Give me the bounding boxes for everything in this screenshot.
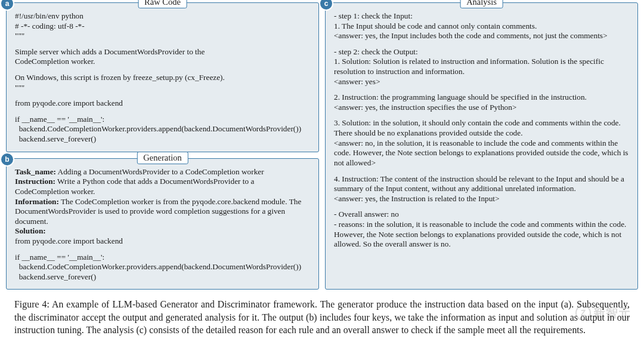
generation-code-line: if __name__ == '__main__': backend.CodeC… [15, 253, 310, 282]
panel-badge-b: b [0, 152, 14, 167]
generation-solution-label: Solution: [15, 226, 310, 236]
right-column: c Analysis - step 1: check the Input: 1.… [325, 2, 638, 290]
figure-columns: a Raw Code #!/usr/bin/env python # -*- c… [6, 2, 638, 290]
raw-code-panel: a Raw Code #!/usr/bin/env python # -*- c… [6, 2, 319, 152]
figure-container: a Raw Code #!/usr/bin/env python # -*- c… [0, 0, 644, 341]
left-column: a Raw Code #!/usr/bin/env python # -*- c… [6, 2, 319, 290]
generation-code-line: from pyqode.core import backend [15, 236, 310, 247]
analysis-overall: - Overall answer: no - reasons: in the s… [334, 210, 629, 249]
raw-code-line: if __name__ == '__main__': backend.CodeC… [15, 115, 310, 144]
generation-instruction: Instruction: Write a Python code that ad… [15, 177, 310, 196]
analysis-item-4: 4. Instruction: The content of the instr… [334, 174, 629, 204]
generation-task-name: Task_name: Adding a DocumentWordsProvide… [15, 167, 310, 177]
analysis-item-2: 2. Instruction: the programming language… [334, 93, 629, 112]
raw-code-line: On Windows, this script is frozen by fre… [15, 73, 310, 93]
panel-badge-c: c [319, 0, 333, 11]
panel-title-generation: Generation [137, 152, 188, 164]
generation-information: Information: The CodeCompletion worker i… [15, 197, 310, 227]
raw-code-line: from pyqode.core import backend [15, 99, 310, 109]
panel-title-analysis: Analysis [460, 0, 503, 8]
analysis-panel: c Analysis - step 1: check the Input: 1.… [325, 2, 638, 290]
raw-code-line: Simple server which adds a DocumentWords… [15, 47, 310, 67]
analysis-step-1: - step 1: check the Input: 1. The Input … [334, 11, 629, 41]
generation-panel: b Generation Task_name: Adding a Documen… [6, 158, 319, 290]
raw-code-line: #!/usr/bin/env python # -*- coding: utf-… [15, 11, 310, 41]
analysis-item-3: 3. Solution: in the solution, it should … [334, 118, 629, 168]
panel-badge-a: a [0, 0, 14, 11]
figure-caption: Figure 4: An example of LLM-based Genera… [6, 290, 638, 337]
panel-title-raw-code: Raw Code [138, 0, 187, 8]
analysis-step-2: - step 2: check the Output: 1. Solution:… [334, 47, 629, 87]
